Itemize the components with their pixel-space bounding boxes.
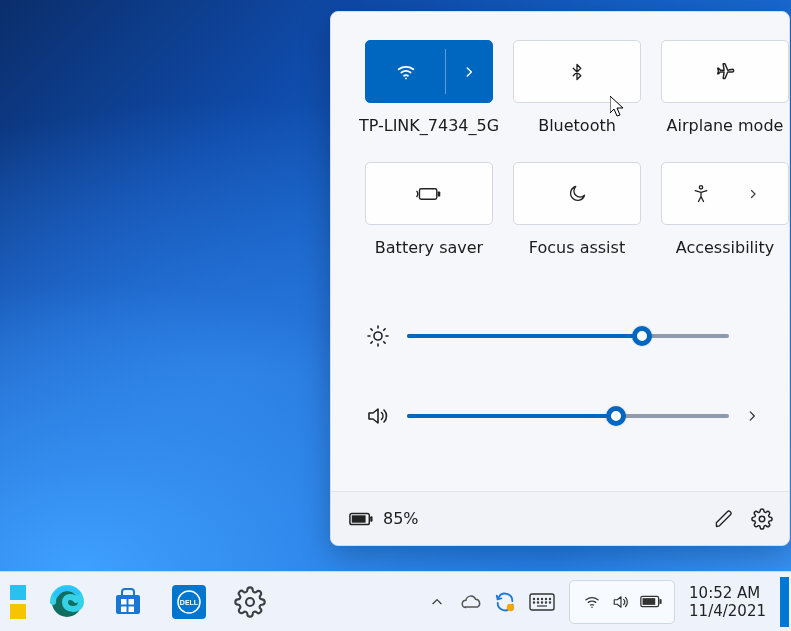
svg-rect-22 xyxy=(121,599,127,605)
keyboard-icon xyxy=(529,593,555,611)
wifi-icon xyxy=(395,61,417,83)
airplane-tile-label: Airplane mode xyxy=(667,116,784,135)
brightness-thumb[interactable] xyxy=(632,326,652,346)
svg-point-36 xyxy=(546,598,547,599)
svg-point-17 xyxy=(759,516,765,522)
tile-wrap-airplane: Airplane mode xyxy=(661,40,789,135)
tray-onedrive-button[interactable] xyxy=(455,572,487,631)
tile-wrap-focus: Focus assist xyxy=(513,162,641,257)
airplane-mode-tile[interactable] xyxy=(661,40,789,103)
quick-settings-grid: TP-LINK_7434_5G Bluetooth xyxy=(365,40,769,284)
open-settings-button[interactable] xyxy=(743,500,781,538)
svg-point-38 xyxy=(534,602,535,603)
airplane-icon xyxy=(713,61,737,83)
svg-rect-24 xyxy=(121,606,127,612)
svg-rect-19 xyxy=(10,604,26,619)
battery-icon xyxy=(640,595,662,608)
svg-rect-16 xyxy=(352,515,366,522)
volume-slider[interactable] xyxy=(407,414,729,418)
battery-saver-icon xyxy=(416,185,442,203)
clock-date: 11/4/2021 xyxy=(689,602,766,620)
wifi-icon xyxy=(582,593,602,611)
tile-wrap-bluetooth: Bluetooth xyxy=(513,40,641,135)
battery-icon xyxy=(349,512,373,526)
svg-rect-18 xyxy=(10,585,26,600)
quick-settings-body: TP-LINK_7434_5G Bluetooth xyxy=(331,12,789,491)
svg-rect-21 xyxy=(116,595,140,614)
svg-point-3 xyxy=(700,185,703,188)
taskbar-store-button[interactable] xyxy=(105,579,150,624)
focus-assist-tile[interactable] xyxy=(513,162,641,225)
start-button[interactable] xyxy=(6,579,28,624)
tray-overflow-button[interactable] xyxy=(421,572,453,631)
bluetooth-tile-label: Bluetooth xyxy=(538,116,616,135)
focus-assist-tile-label: Focus assist xyxy=(529,238,625,257)
svg-line-9 xyxy=(371,329,372,330)
svg-rect-23 xyxy=(128,599,134,605)
chevron-right-icon xyxy=(747,188,759,200)
svg-rect-15 xyxy=(370,516,372,522)
tile-wrap-accessibility: Accessibility xyxy=(661,162,789,257)
volume-thumb[interactable] xyxy=(606,406,626,426)
tray-windows-update-button[interactable] xyxy=(489,572,521,631)
chevron-right-icon xyxy=(462,65,476,79)
battery-percent-text: 85% xyxy=(383,509,419,528)
taskbar-edge-button[interactable] xyxy=(44,579,89,624)
svg-marker-13 xyxy=(369,409,378,423)
svg-line-10 xyxy=(384,342,385,343)
tray-input-button[interactable] xyxy=(523,572,561,631)
taskbar-dell-button[interactable]: DELL xyxy=(166,579,211,624)
taskbar-pinned-apps: DELL xyxy=(0,579,272,624)
quick-settings-panel: TP-LINK_7434_5G Bluetooth xyxy=(330,11,790,546)
svg-rect-2 xyxy=(438,191,441,196)
svg-point-4 xyxy=(374,332,382,340)
taskbar-system-tray: 10:52 AM 11/4/2021 xyxy=(421,572,791,631)
volume-slider-row xyxy=(365,404,769,428)
taskbar: DELL xyxy=(0,571,791,631)
battery-status[interactable]: 85% xyxy=(349,509,419,528)
svg-point-41 xyxy=(546,602,547,603)
svg-line-11 xyxy=(371,342,372,343)
accessibility-tile[interactable] xyxy=(661,162,789,225)
edit-quick-settings-button[interactable] xyxy=(705,500,743,538)
svg-point-44 xyxy=(591,606,593,608)
svg-point-0 xyxy=(405,77,407,79)
taskbar-settings-button[interactable] xyxy=(227,579,272,624)
bluetooth-icon xyxy=(568,61,586,83)
chevron-up-icon xyxy=(430,595,444,609)
battery-saver-tile-label: Battery saver xyxy=(375,238,483,257)
cloud-icon xyxy=(460,594,482,610)
mouse-cursor xyxy=(610,96,625,118)
wifi-expand-button[interactable] xyxy=(445,65,492,79)
volume-icon xyxy=(611,593,631,611)
notifications-button[interactable] xyxy=(780,577,789,627)
battery-saver-tile[interactable] xyxy=(365,162,493,225)
wifi-tile[interactable] xyxy=(365,40,493,103)
volume-icon xyxy=(365,404,391,428)
svg-rect-48 xyxy=(643,598,656,605)
svg-rect-47 xyxy=(660,599,662,604)
brightness-slider-row xyxy=(365,324,769,348)
tile-wrap-battery-saver: Battery saver xyxy=(365,162,493,257)
svg-point-34 xyxy=(538,598,539,599)
svg-point-30 xyxy=(507,603,514,610)
svg-text:DELL: DELL xyxy=(179,599,198,606)
svg-point-35 xyxy=(542,598,543,599)
network-volume-battery-button[interactable] xyxy=(569,580,675,624)
quick-settings-footer: 85% xyxy=(331,491,789,545)
pencil-icon xyxy=(714,509,734,529)
brightness-slider[interactable] xyxy=(407,334,729,338)
wifi-toggle-area[interactable] xyxy=(366,61,445,83)
taskbar-clock[interactable]: 10:52 AM 11/4/2021 xyxy=(683,584,772,620)
svg-point-39 xyxy=(538,602,539,603)
volume-output-button[interactable] xyxy=(745,409,765,423)
svg-marker-45 xyxy=(614,596,621,607)
bluetooth-tile[interactable] xyxy=(513,40,641,103)
update-icon xyxy=(494,591,516,613)
accessibility-icon xyxy=(691,183,711,205)
svg-rect-25 xyxy=(128,606,134,612)
svg-rect-1 xyxy=(419,188,436,198)
moon-icon xyxy=(567,184,587,204)
svg-point-33 xyxy=(534,598,535,599)
svg-line-12 xyxy=(384,329,385,330)
